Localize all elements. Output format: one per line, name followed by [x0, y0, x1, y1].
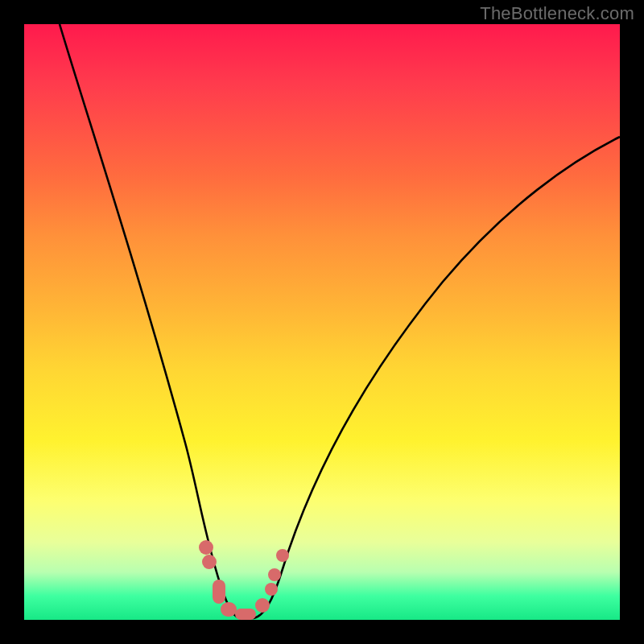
svg-point-1 [202, 555, 217, 569]
svg-point-8 [276, 549, 289, 562]
chart-frame: TheBottleneck.com [0, 0, 644, 644]
svg-point-5 [255, 598, 270, 613]
svg-rect-2 [213, 580, 225, 604]
plot-area [24, 24, 620, 620]
svg-rect-4 [235, 609, 256, 620]
curve-path [60, 24, 620, 618]
svg-point-6 [265, 583, 278, 596]
bottleneck-curve [24, 24, 620, 620]
svg-rect-3 [221, 602, 237, 617]
svg-point-7 [268, 568, 281, 581]
svg-point-0 [199, 540, 213, 555]
curve-markers [199, 540, 289, 620]
watermark-text: TheBottleneck.com [480, 3, 634, 24]
